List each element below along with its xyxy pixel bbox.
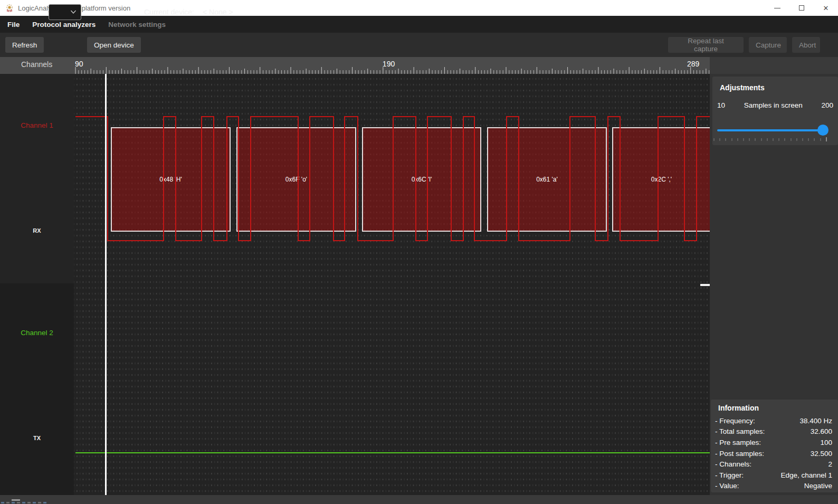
menu-item-network-settings[interactable]: Network settings bbox=[108, 21, 166, 28]
slider-tick-7 bbox=[755, 138, 756, 141]
slider-tick-0 bbox=[713, 138, 715, 141]
channels-header-label: Channels bbox=[21, 60, 52, 69]
maximize-icon[interactable] bbox=[789, 0, 814, 16]
slider-tick-3 bbox=[731, 138, 732, 141]
slider-tick-13 bbox=[791, 138, 792, 141]
slider-tick-4 bbox=[737, 138, 738, 141]
trigger-marker-line bbox=[105, 74, 107, 495]
information-title: Information bbox=[718, 404, 759, 412]
bottom-fragment-1 bbox=[6, 502, 9, 503]
abort-button[interactable]: Abort bbox=[792, 37, 820, 53]
slider-tick-5 bbox=[743, 138, 744, 141]
bottom-fragment-6 bbox=[33, 502, 36, 503]
current-device-label: Current device: bbox=[144, 8, 194, 16]
information-rows: - Frequency:38.400 Hz- Total samples:32.… bbox=[711, 415, 838, 491]
scrollbar-fragment[interactable] bbox=[12, 499, 20, 501]
bottom-bar bbox=[0, 495, 838, 504]
info-value: Edge, channel 1 bbox=[780, 471, 832, 479]
slider-tick-17 bbox=[814, 138, 815, 141]
slider-tick-19 bbox=[826, 137, 827, 141]
information-panel: Information - Frequency:38.400 Hz- Total… bbox=[711, 400, 838, 492]
bottom-fragment-4 bbox=[22, 502, 25, 503]
current-device-value: < None > bbox=[203, 8, 233, 16]
channel-2-signal-label: TX bbox=[0, 435, 74, 441]
info-row-6: - Value:Negative bbox=[711, 481, 838, 492]
window-controls: ✕ bbox=[765, 0, 838, 16]
samples-slider-ticks bbox=[713, 137, 832, 141]
adjustments-title: Adjustments bbox=[720, 83, 765, 92]
info-value: 38.400 Hz bbox=[799, 417, 832, 425]
bottom-fragment-8 bbox=[43, 502, 46, 503]
info-label: - Pre samples: bbox=[715, 439, 761, 446]
slider-tick-15 bbox=[802, 138, 803, 141]
bottom-bar-fragments bbox=[0, 495, 158, 504]
info-label: - Value: bbox=[715, 482, 739, 490]
bottom-fragment-2 bbox=[12, 502, 15, 503]
info-value: Negative bbox=[804, 482, 832, 490]
bottom-fragment-3 bbox=[17, 502, 20, 503]
info-label: - Post samples: bbox=[715, 450, 764, 458]
samples-min-value: 10 bbox=[717, 101, 725, 109]
samples-row: 10 Samples in screen 200 bbox=[717, 101, 833, 109]
menu-item-file[interactable]: File bbox=[7, 21, 20, 28]
channel-labels-column: Channel 1 RX Channel 2 TX bbox=[0, 74, 74, 495]
channel-1-label[interactable]: Channel 1 bbox=[0, 121, 74, 129]
device-dropdown[interactable] bbox=[49, 4, 81, 20]
bottom-fragment-5 bbox=[27, 502, 31, 503]
bottom-fragment-7 bbox=[38, 502, 41, 503]
title-bar: LogicAnalyzer - Multiplatform version ✕ bbox=[0, 0, 838, 16]
repeat-last-capture-button[interactable]: Repeat last capture bbox=[668, 37, 744, 53]
menu-item-protocol-analyzers[interactable]: Protocol analyzers bbox=[32, 21, 96, 28]
menu-bar: FileProtocol analyzersNetwork settings bbox=[0, 16, 838, 33]
channel-1-signal-label: RX bbox=[0, 227, 74, 234]
channel-2-label[interactable]: Channel 2 bbox=[0, 329, 74, 337]
samples-max-value: 200 bbox=[821, 101, 833, 109]
channel-2-band bbox=[0, 283, 74, 495]
app-icon bbox=[5, 4, 14, 12]
channel-1-trace bbox=[75, 117, 710, 241]
slider-tick-14 bbox=[796, 138, 797, 141]
info-value: 100 bbox=[820, 439, 832, 446]
info-label: - Frequency: bbox=[715, 417, 755, 425]
samples-slider[interactable] bbox=[717, 129, 823, 131]
info-label: - Total samples: bbox=[715, 427, 765, 435]
samples-in-screen-label: Samples in screen bbox=[744, 101, 803, 109]
close-icon[interactable]: ✕ bbox=[814, 0, 838, 16]
adjustments-panel: Adjustments 10 Samples in screen 200 bbox=[712, 77, 838, 145]
waveform-plot[interactable]: 0x48 'H'0x6F 'o'0x6C 'l'0x61 'a'0x2C ',' bbox=[74, 74, 710, 495]
info-label: - Trigger: bbox=[715, 471, 744, 479]
info-row-5: - Trigger:Edge, channel 1 bbox=[711, 470, 838, 481]
info-row-4: - Channels:2 bbox=[711, 459, 838, 470]
slider-tick-10 bbox=[773, 138, 774, 141]
slider-tick-11 bbox=[778, 138, 779, 141]
info-row-1: - Total samples:32.600 bbox=[711, 426, 838, 438]
info-label: - Channels: bbox=[715, 460, 751, 468]
slider-tick-12 bbox=[784, 138, 785, 141]
bottom-fragment-0 bbox=[1, 502, 4, 503]
ruler-band-right bbox=[710, 57, 838, 74]
slider-tick-1 bbox=[719, 138, 720, 141]
info-value: 32.600 bbox=[811, 427, 832, 435]
waveform-traces bbox=[74, 74, 710, 495]
minimize-icon[interactable] bbox=[765, 0, 789, 16]
slider-tick-16 bbox=[808, 138, 809, 141]
info-row-2: - Pre samples:100 bbox=[711, 437, 838, 448]
slider-tick-6 bbox=[749, 138, 750, 141]
samples-slider-thumb[interactable] bbox=[817, 125, 829, 136]
channel-1-band bbox=[0, 74, 74, 283]
info-value: 32.500 bbox=[811, 450, 832, 458]
right-panel: Adjustments 10 Samples in screen 200 Inf… bbox=[710, 74, 838, 495]
chevron-down-icon bbox=[70, 10, 77, 14]
info-row-0: - Frequency:38.400 Hz bbox=[711, 415, 838, 426]
capture-button[interactable]: Capture bbox=[749, 37, 787, 53]
ruler-ticks bbox=[74, 57, 710, 74]
refresh-button[interactable]: Refresh bbox=[5, 37, 44, 53]
info-value: 2 bbox=[828, 460, 832, 468]
slider-tick-18 bbox=[820, 138, 821, 141]
channel-splitter-fragment bbox=[700, 284, 710, 286]
open-device-button[interactable]: Open device bbox=[87, 37, 141, 53]
slider-tick-2 bbox=[725, 138, 726, 141]
slider-tick-9 bbox=[767, 138, 768, 141]
info-row-3: - Post samples:32.500 bbox=[711, 448, 838, 459]
slider-tick-8 bbox=[761, 138, 762, 141]
